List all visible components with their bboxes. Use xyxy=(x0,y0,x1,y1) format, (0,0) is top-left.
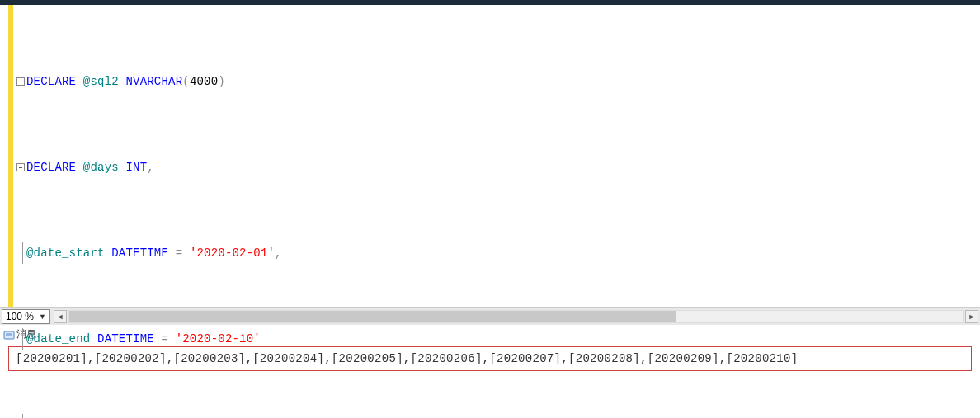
messages-icon xyxy=(3,330,15,341)
fold-toggle[interactable] xyxy=(16,163,25,171)
variable: @days xyxy=(54,414,90,418)
editor-statusbar: 100 % ▼ ◄ ► xyxy=(0,307,980,325)
literal-number: 4000 xyxy=(190,71,218,92)
keyword-set: SET xyxy=(26,414,48,418)
editor-gutter xyxy=(0,5,7,307)
fold-line xyxy=(22,242,23,264)
sql-editor[interactable]: DECLARE @sql2 NVARCHAR(4000) DECLARE @da… xyxy=(0,5,980,307)
type: DATETIME xyxy=(97,328,154,350)
type: INT xyxy=(125,157,147,178)
literal-string: '2020-02-01' xyxy=(190,242,275,264)
keyword-declare: DECLARE xyxy=(26,71,76,92)
literal-string: '2020-02-10' xyxy=(176,328,261,350)
fold-toggle[interactable] xyxy=(16,77,25,86)
function: DATEDIFF xyxy=(111,414,168,418)
keyword-declare: DECLARE xyxy=(26,157,76,178)
type: NVARCHAR xyxy=(125,71,182,92)
code-line-5[interactable]: SET @days = DATEDIFF(DAY, @DATE_START, @… xyxy=(15,414,978,418)
variable: @sql2 xyxy=(83,71,119,92)
scrollbar-thumb[interactable] xyxy=(69,311,676,322)
type: DATETIME xyxy=(111,242,168,264)
code-line-1[interactable]: DECLARE @sql2 NVARCHAR(4000) xyxy=(15,71,978,92)
variable: @days xyxy=(83,157,119,178)
code-area[interactable]: DECLARE @sql2 NVARCHAR(4000) DECLARE @da… xyxy=(13,5,980,307)
fold-line xyxy=(22,414,23,418)
code-line-3[interactable]: @date_start DATETIME = '2020-02-01', xyxy=(15,242,978,264)
code-line-4[interactable]: @date_end DATETIME = '2020-02-10' xyxy=(15,328,978,350)
variable: @date_start xyxy=(26,242,105,264)
variable: @date_end xyxy=(26,328,90,350)
fold-line xyxy=(22,328,23,350)
code-line-2[interactable]: DECLARE @days INT, xyxy=(15,157,978,178)
horizontal-scrollbar[interactable] xyxy=(68,310,964,323)
